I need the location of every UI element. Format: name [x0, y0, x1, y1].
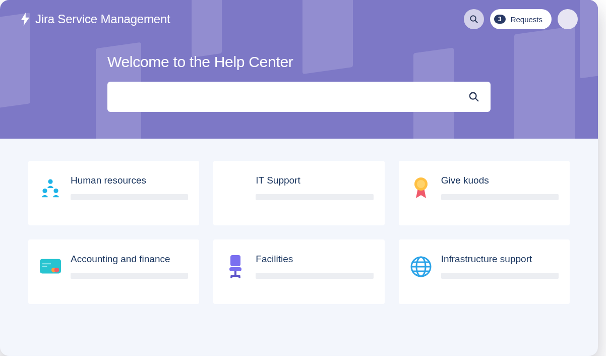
topbar: Jira Service Management 3 Requests	[20, 9, 578, 29]
svg-rect-10	[42, 263, 51, 264]
requests-badge: 3	[494, 15, 506, 24]
placeholder-line	[441, 194, 559, 200]
requests-label: Requests	[511, 15, 542, 24]
award-icon	[410, 177, 432, 199]
svg-rect-14	[229, 267, 241, 271]
card-title: Give kuods	[441, 175, 559, 186]
svg-line-3	[475, 98, 478, 101]
requests-button[interactable]: 3 Requests	[490, 9, 552, 29]
svg-rect-11	[42, 266, 47, 267]
blank-icon	[224, 177, 247, 199]
placeholder-line	[256, 273, 373, 279]
decor-cube	[580, 0, 598, 79]
card-give-kudos[interactable]: Give kuods	[399, 161, 570, 225]
card-title: Human resources	[71, 175, 188, 186]
topbar-search-button[interactable]	[464, 9, 484, 29]
app-window: Jira Service Management 3 Requests Welco…	[0, 0, 598, 356]
card-title: Facilities	[256, 254, 373, 265]
bolt-icon	[20, 13, 30, 26]
svg-point-18	[238, 276, 240, 278]
header: Jira Service Management 3 Requests Welco…	[0, 0, 598, 139]
top-actions: 3 Requests	[464, 9, 578, 29]
search-bar[interactable]	[107, 82, 491, 112]
brand: Jira Service Management	[20, 12, 170, 26]
card-title: Infrastructure support	[441, 254, 559, 265]
card-human-resources[interactable]: Human resources	[28, 161, 199, 225]
placeholder-line	[71, 273, 188, 279]
card-grid: Human resources IT Support	[28, 161, 570, 304]
hero: Welcome to the Help Center	[107, 53, 491, 112]
svg-rect-15	[234, 271, 236, 275]
brand-name: Jira Service Management	[35, 12, 170, 26]
svg-point-8	[417, 180, 425, 188]
globe-icon	[410, 256, 432, 278]
placeholder-line	[71, 194, 188, 200]
search-input[interactable]	[118, 92, 468, 102]
chair-icon	[224, 256, 247, 278]
svg-point-5	[42, 189, 47, 193]
card-accounting-finance[interactable]: Accounting and finance	[28, 239, 199, 304]
people-icon	[39, 177, 62, 199]
content: Human resources IT Support	[0, 139, 598, 326]
svg-point-13	[54, 268, 59, 273]
svg-point-4	[48, 179, 52, 184]
search-icon	[469, 15, 478, 24]
search-icon	[468, 91, 479, 102]
card-title: Accounting and finance	[71, 254, 188, 265]
placeholder-line	[441, 273, 559, 279]
card-it-support[interactable]: IT Support	[213, 161, 384, 225]
svg-point-17	[230, 276, 232, 278]
placeholder-line	[256, 194, 373, 200]
svg-line-1	[475, 20, 477, 23]
page-title: Welcome to the Help Center	[107, 53, 491, 71]
card-infrastructure-support[interactable]: Infrastructure support	[399, 239, 570, 304]
card-title: IT Support	[256, 175, 373, 186]
decor-cube	[514, 26, 575, 139]
credit-card-icon	[39, 256, 62, 278]
svg-point-6	[53, 189, 58, 193]
card-facilities[interactable]: Facilities	[213, 239, 384, 304]
avatar[interactable]	[558, 9, 578, 29]
